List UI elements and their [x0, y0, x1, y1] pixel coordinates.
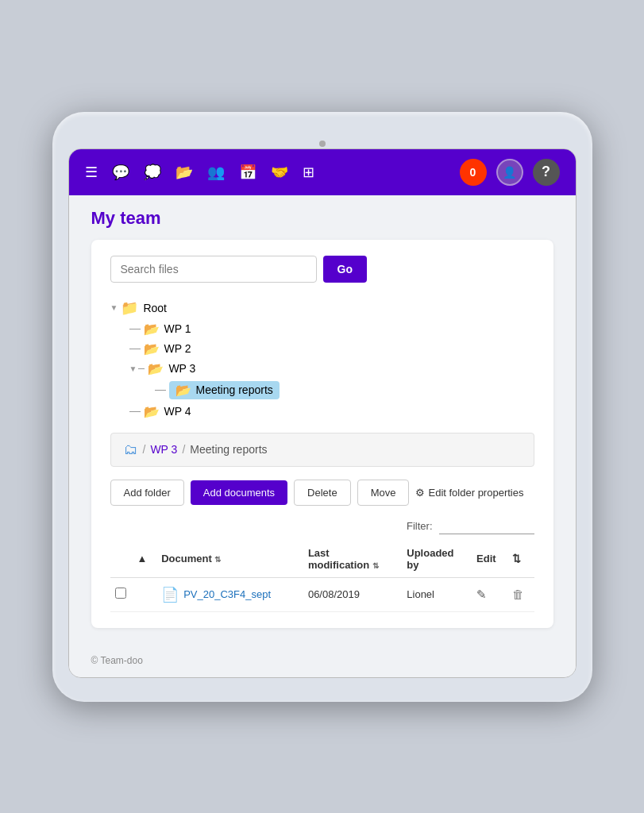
help-button[interactable]: ? [533, 159, 560, 186]
document-link[interactable]: 📄 PV_20_C3F4_sept [161, 586, 299, 603]
meeting-reports-label: Meeting reports [196, 383, 273, 396]
tree-node-wp3[interactable]: ▼ 📂 WP 3 [110, 359, 534, 379]
th-checkbox [110, 541, 133, 578]
main-card: Go ▼ 📁 Root 📂 WP 1 [91, 240, 553, 628]
th-sort-arrow[interactable]: ▲ [133, 541, 157, 578]
delete-button[interactable]: Delete [294, 480, 351, 506]
row-checkbox[interactable] [115, 588, 126, 599]
document-name: PV_20_C3F4_sept [183, 588, 271, 600]
search-input[interactable] [110, 256, 317, 283]
add-folder-button[interactable]: Add folder [110, 480, 184, 506]
wp4-folder-icon: 📂 [144, 404, 160, 419]
th-sort-extra: ⇅ [512, 553, 521, 564]
row-edit-cell: ✎ [472, 577, 507, 611]
mod-sort-icon: ⇅ [372, 561, 379, 570]
gear-icon: ⚙ [415, 487, 425, 499]
breadcrumb-wp3[interactable]: WP 3 [150, 443, 177, 456]
row-sort-cell [133, 577, 157, 611]
edit-icon[interactable]: ✎ [476, 588, 487, 601]
go-button[interactable]: Go [323, 256, 367, 283]
row-checkbox-cell [110, 577, 133, 611]
nav-left: ☰ 💬 💭 📂 👥 📅 🤝 ⊞ [85, 164, 314, 181]
tree-node-wp2[interactable]: 📂 WP 2 [110, 339, 534, 359]
tree-hline [129, 329, 141, 329]
handshake-icon[interactable]: 🤝 [271, 164, 288, 181]
grid-icon[interactable]: ⊞ [303, 164, 314, 181]
table-header: ▲ Document ⇅ Lastmodification ⇅ Uploaded… [110, 541, 534, 578]
tree-node-wp1[interactable]: 📂 WP 1 [110, 319, 534, 339]
root-folder-icon: 📁 [121, 299, 138, 317]
team-icon[interactable]: 👥 [207, 164, 225, 181]
wp1-label: WP 1 [164, 322, 191, 335]
row-document-cell: 📄 PV_20_C3F4_sept [156, 577, 303, 611]
root-label: Root [143, 302, 167, 314]
user-avatar[interactable]: 👤 [496, 159, 523, 186]
breadcrumb-sep-1: / [143, 443, 146, 456]
wp2-folder-icon: 📂 [144, 341, 160, 356]
th-edit: Edit [472, 541, 507, 578]
navbar: ☰ 💬 💭 📂 👥 📅 🤝 ⊞ 0 👤 ? [69, 149, 576, 195]
notification-badge[interactable]: 0 [460, 159, 487, 186]
filter-label: Filter: [407, 520, 433, 532]
screen: ☰ 💬 💭 📂 👥 📅 🤝 ⊞ 0 👤 ? [68, 148, 577, 678]
home-icon[interactable]: 🗂 [124, 441, 138, 458]
breadcrumb: 🗂 / WP 3 / Meeting reports [110, 433, 534, 467]
document-sort-icon: ⇅ [214, 555, 221, 564]
row-delete-cell: 🗑 [507, 577, 534, 611]
wp3-folder-icon: 📂 [148, 361, 164, 376]
notch [68, 136, 577, 148]
footer: © Team-doo [69, 644, 576, 677]
device-frame: ☰ 💬 💭 📂 👥 📅 🤝 ⊞ 0 👤 ? [52, 112, 592, 702]
tree-node-meeting-reports[interactable]: 📂 Meeting reports [110, 379, 534, 402]
table-header-row: ▲ Document ⇅ Lastmodification ⇅ Uploaded… [110, 541, 534, 578]
wp2-label: WP 2 [164, 342, 191, 355]
tree-hline [129, 411, 141, 412]
th-last-modification[interactable]: Lastmodification ⇅ [303, 541, 402, 578]
row-last-mod-cell: 06/08/2019 [303, 577, 402, 611]
chat-icon[interactable]: 💬 [112, 164, 129, 181]
notch-dot [319, 141, 326, 147]
footer-text: © Team-doo [91, 655, 143, 666]
tree-hline [129, 349, 141, 349]
row-uploaded-by-cell: Lionel [402, 577, 472, 611]
document-file-icon: 📄 [161, 586, 179, 603]
breadcrumb-meeting-reports: Meeting reports [190, 443, 267, 456]
wp4-label: WP 4 [164, 405, 191, 418]
wp3-collapse-icon: ▼ [129, 364, 137, 373]
th-uploaded-by: Uploadedby [402, 541, 472, 578]
tree-root-row[interactable]: ▼ 📁 Root [110, 297, 534, 319]
add-documents-button[interactable]: Add documents [191, 480, 287, 505]
file-table: ▲ Document ⇅ Lastmodification ⇅ Uploaded… [110, 541, 534, 612]
folder-nav-icon[interactable]: 📂 [175, 164, 193, 181]
nav-right: 0 👤 ? [460, 159, 560, 186]
table-body: 📄 PV_20_C3F4_sept 06/08/2019 Lionel ✎ 🗑 [110, 577, 534, 611]
filter-row: Filter: [110, 518, 534, 534]
tree-hline [155, 390, 166, 391]
delete-row-icon[interactable]: 🗑 [512, 588, 524, 601]
move-button[interactable]: Move [357, 480, 410, 506]
meeting-reports-folder-icon: 📂 [175, 383, 191, 398]
comment-icon[interactable]: 💭 [144, 164, 161, 181]
filter-input[interactable] [439, 518, 534, 534]
root-collapse-icon: ▼ [110, 303, 118, 312]
breadcrumb-sep-2: / [182, 443, 185, 456]
tree-node-wp4[interactable]: 📂 WP 4 [110, 402, 534, 422]
file-tree: ▼ 📁 Root 📂 WP 1 📂 WP 2 [110, 297, 534, 422]
th-delete-col: ⇅ [507, 541, 534, 578]
wp1-folder-icon: 📂 [144, 322, 160, 337]
tree-hline [138, 368, 145, 369]
meeting-reports-selected: 📂 Meeting reports [169, 381, 280, 399]
sort-up-icon: ▲ [137, 553, 148, 564]
search-row: Go [110, 256, 534, 283]
menu-icon[interactable]: ☰ [85, 164, 98, 181]
page-title: My team [91, 208, 553, 229]
actions-row: Add folder Add documents Delete Move ⚙ E… [110, 480, 534, 506]
wp3-label: WP 3 [168, 362, 195, 375]
th-document[interactable]: Document ⇅ [156, 541, 303, 578]
table-row: 📄 PV_20_C3F4_sept 06/08/2019 Lionel ✎ 🗑 [110, 577, 534, 611]
page-content: My team Go ▼ 📁 Root [69, 195, 576, 644]
calendar-icon[interactable]: 📅 [239, 164, 256, 181]
edit-folder-props-button[interactable]: ⚙ Edit folder properties [415, 487, 523, 499]
